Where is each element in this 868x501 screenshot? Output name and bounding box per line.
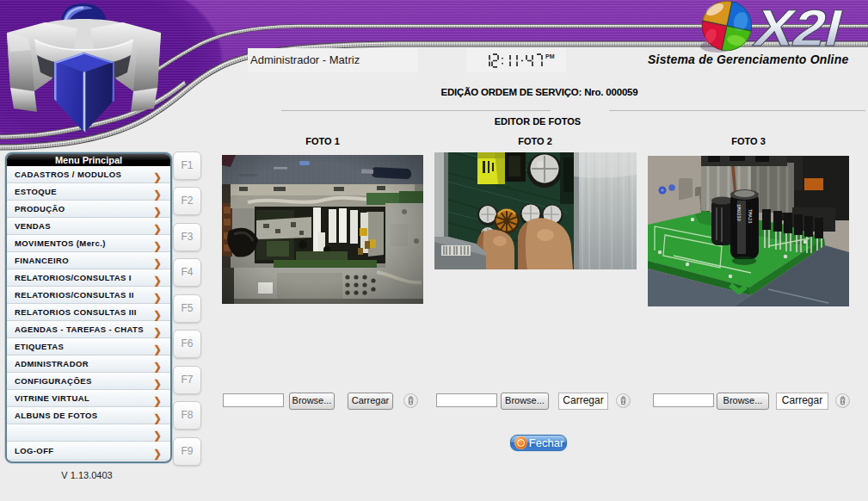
svg-text:PM: PM	[545, 53, 555, 59]
svg-text:X2I: X2I	[749, 0, 850, 57]
svg-text:1M0239: 1M0239	[736, 204, 742, 221]
svg-text:TMA23: TMA23	[747, 209, 753, 224]
